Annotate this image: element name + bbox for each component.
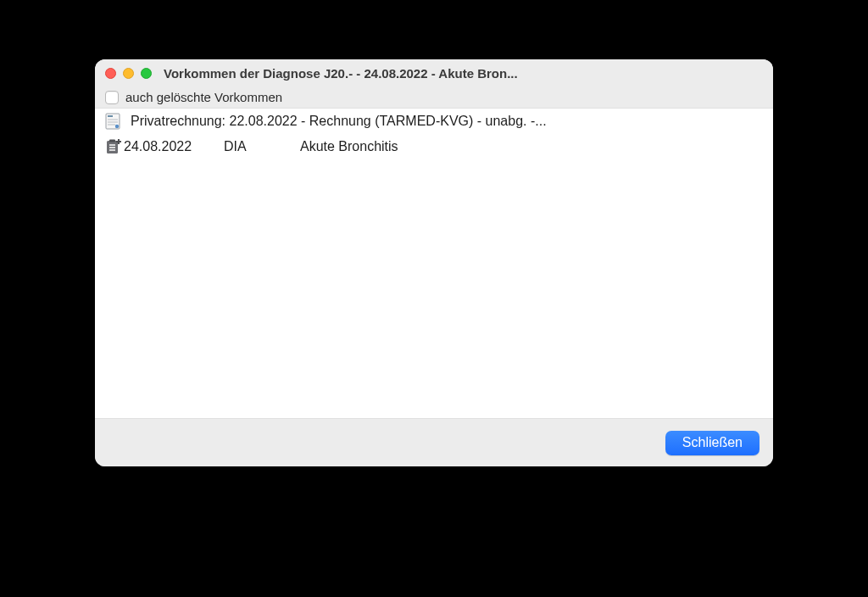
list-item-type: DIA <box>224 139 300 154</box>
window-title: Vorkommen der Diagnose J20.- - 24.08.202… <box>159 66 763 81</box>
results-list: Privatrechnung: 22.08.2022 - Rechnung (T… <box>95 108 773 419</box>
options-bar: auch gelöschte Vorkommen <box>95 86 773 108</box>
list-item[interactable]: Privatrechnung: 22.08.2022 - Rechnung (T… <box>95 109 773 134</box>
close-window-icon[interactable] <box>105 68 116 79</box>
svg-point-5 <box>115 125 119 128</box>
zoom-window-icon[interactable] <box>141 68 152 79</box>
svg-rect-1 <box>108 115 113 117</box>
list-item[interactable]: 24.08.2022 DIA Akute Bronchitis <box>95 134 773 159</box>
diagnosis-clipboard-icon <box>103 137 122 156</box>
window-controls <box>105 68 152 79</box>
dialog-footer: Schließen <box>95 419 773 466</box>
close-button[interactable]: Schließen <box>665 431 760 455</box>
show-deleted-label: auch gelöschte Vorkommen <box>125 90 282 104</box>
titlebar: Vorkommen der Diagnose J20.- - 24.08.202… <box>95 59 773 86</box>
dialog-window: Vorkommen der Diagnose J20.- - 24.08.202… <box>95 59 773 466</box>
minimize-window-icon[interactable] <box>123 68 134 79</box>
invoice-doc-icon <box>103 112 122 131</box>
show-deleted-checkbox[interactable] <box>105 91 119 104</box>
list-item-text: Privatrechnung: 22.08.2022 - Rechnung (T… <box>131 114 547 129</box>
list-item-desc: Akute Bronchitis <box>300 139 765 154</box>
svg-rect-7 <box>109 140 115 142</box>
list-item-date: 24.08.2022 <box>122 139 224 154</box>
